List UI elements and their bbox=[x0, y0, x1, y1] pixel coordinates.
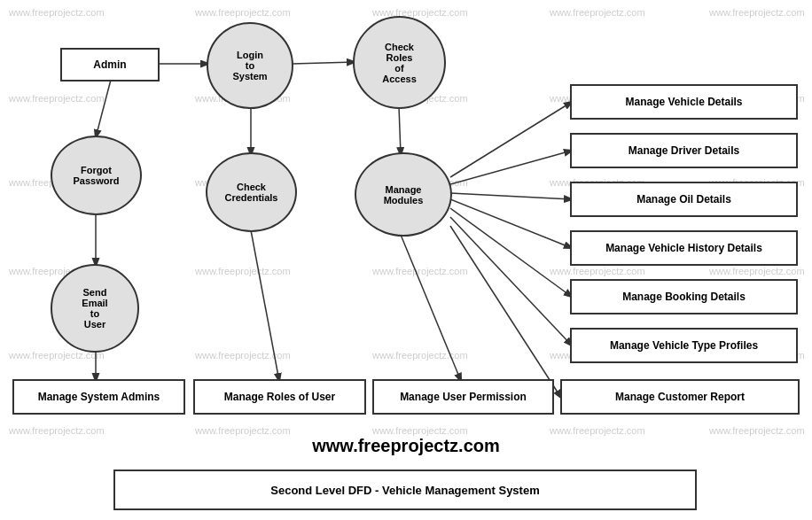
svg-line-13 bbox=[450, 208, 572, 297]
svg-line-10 bbox=[450, 151, 572, 184]
admin-node: Admin bbox=[60, 48, 160, 81]
login-node: LogintoSystem bbox=[207, 22, 293, 109]
svg-line-8 bbox=[401, 235, 461, 381]
svg-line-7 bbox=[251, 230, 279, 381]
manage-oil-details-node: Manage Oil Details bbox=[570, 182, 798, 217]
forgot-password-node: ForgotPassword bbox=[51, 136, 142, 215]
svg-line-15 bbox=[450, 226, 561, 398]
check-roles-node: CheckRolesofAccess bbox=[353, 16, 446, 109]
website-label: www.freeprojectz.com bbox=[312, 436, 500, 456]
check-credentials-node: CheckCredentials bbox=[206, 152, 297, 232]
manage-vehicle-type-node: Manage Vehicle Type Profiles bbox=[570, 328, 798, 363]
diagram-container: www.freeprojectz.com www.freeprojectz.co… bbox=[0, 0, 812, 520]
svg-line-1 bbox=[96, 80, 111, 137]
manage-modules-node: ManageModules bbox=[355, 152, 452, 237]
svg-line-9 bbox=[450, 102, 572, 177]
svg-line-14 bbox=[450, 217, 572, 345]
svg-line-2 bbox=[293, 62, 355, 64]
svg-line-11 bbox=[450, 193, 572, 199]
manage-vehicle-details-node: Manage Vehicle Details bbox=[570, 84, 798, 120]
manage-vehicle-history-node: Manage Vehicle History Details bbox=[570, 230, 798, 266]
manage-user-permission-node: Manage User Permission bbox=[372, 379, 554, 415]
manage-driver-details-node: Manage Driver Details bbox=[570, 133, 798, 168]
svg-line-12 bbox=[450, 199, 572, 248]
footer-title: Second Level DFD - Vehicle Management Sy… bbox=[113, 470, 697, 510]
manage-system-admins-node: Manage System Admins bbox=[12, 379, 185, 415]
manage-roles-user-node: Manage Roles of User bbox=[193, 379, 366, 415]
manage-booking-details-node: Manage Booking Details bbox=[570, 279, 798, 314]
manage-customer-report-node: Manage Customer Report bbox=[560, 379, 800, 415]
svg-line-4 bbox=[399, 106, 401, 155]
send-email-node: SendEmailtoUser bbox=[51, 264, 139, 353]
